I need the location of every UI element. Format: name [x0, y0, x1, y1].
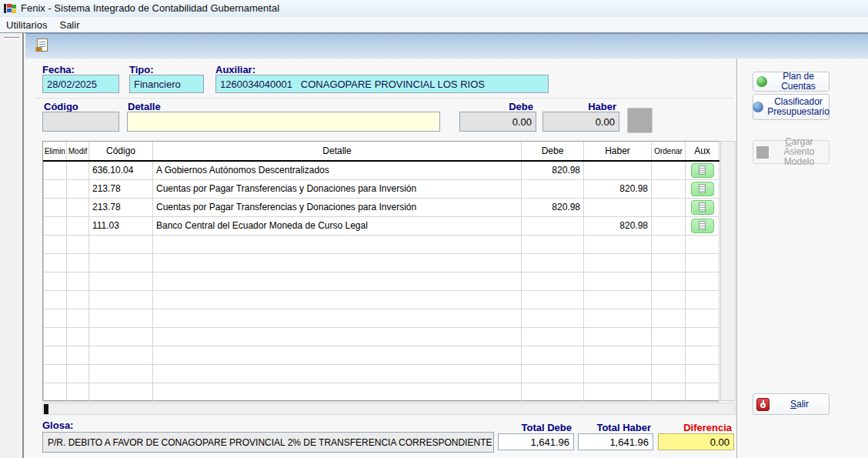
title-bar: Fenix - Sistema Integrado de Contabilida…: [0, 0, 868, 17]
debe-label: Debe: [459, 101, 533, 112]
codigo-input[interactable]: [42, 112, 119, 132]
aux-icon: [699, 221, 706, 230]
table-row[interactable]: 111.03 Banco Central del Ecuador Moneda …: [44, 216, 719, 235]
total-debe-label: Total Debe: [498, 422, 572, 433]
add-line-button[interactable]: [627, 108, 653, 133]
glosa-input[interactable]: P/R. DEBITO A FAVOR DE CONAGOPARE PROVIN…: [42, 432, 494, 453]
aux-button[interactable]: [691, 163, 714, 178]
col-modif: Modif: [67, 142, 89, 161]
toolbar: [25, 33, 868, 59]
auxiliar-field[interactable]: 1260034040001 CONAGOPARE PROVINCIAL LOS …: [215, 75, 549, 93]
total-haber-field: 1,641.96: [578, 433, 653, 450]
table-row-empty[interactable]: [44, 253, 719, 272]
table-row-empty[interactable]: [44, 290, 719, 309]
coins-icon: [35, 46, 42, 53]
menu-utilitarios[interactable]: Utilitarios: [0, 18, 53, 32]
table-row-empty[interactable]: [44, 327, 719, 346]
plan-de-cuentas-icon: [756, 76, 767, 87]
grid-header-row: Elimin Modif Código Detalle Debe Haber O…: [44, 142, 719, 161]
tipo-field[interactable]: Financiero: [129, 75, 204, 93]
codigo-label: Código: [44, 101, 78, 112]
haber-input[interactable]: 0.00: [542, 112, 619, 132]
col-aux: Aux: [686, 142, 719, 161]
window-title: Fenix - Sistema Integrado de Contabilida…: [21, 2, 279, 14]
menu-bar: Utilitarios Salir: [0, 17, 868, 33]
col-codigo: Código: [89, 142, 153, 161]
table-row-empty[interactable]: [44, 346, 719, 364]
table-row-empty[interactable]: [44, 272, 719, 290]
aux-button[interactable]: [691, 182, 714, 196]
plan-de-cuentas-button[interactable]: Plan de Cuentas: [753, 72, 830, 92]
col-ordenar: Ordenar: [652, 142, 686, 161]
aux-icon: [699, 184, 706, 193]
aux-icon: [699, 202, 706, 212]
col-elimin: Elimin: [44, 142, 67, 161]
new-entry-button[interactable]: [35, 37, 53, 55]
fecha-label: Fecha:: [42, 64, 75, 75]
salir-icon: [756, 398, 770, 411]
table-row[interactable]: 213.78 Cuentas por Pagar Transferencias …: [44, 179, 719, 198]
panel-grip[interactable]: [4, 37, 19, 39]
left-collapsed-panel[interactable]: [0, 33, 24, 458]
diferencia-label: Diferencia: [658, 422, 732, 433]
table-row[interactable]: 213.78 Cuentas por Pagar Transferencias …: [44, 198, 719, 216]
cargar-asiento-icon: [756, 146, 769, 159]
scrollbar-thumb[interactable]: [44, 404, 48, 414]
detalle-input[interactable]: [127, 112, 440, 132]
table-row-empty[interactable]: [44, 309, 719, 327]
col-haber: Haber: [584, 142, 652, 161]
app-icon: [4, 3, 16, 14]
total-haber-label: Total Haber: [578, 422, 651, 433]
app-window: Fenix - Sistema Integrado de Contabilida…: [0, 0, 868, 458]
horizontal-scrollbar[interactable]: [42, 403, 736, 415]
aux-button[interactable]: [691, 219, 714, 233]
clasificador-presupuestario-button[interactable]: ClasificadorPresupuestario: [753, 94, 830, 120]
aux-button[interactable]: [691, 200, 714, 215]
clasificador-icon: [753, 102, 763, 112]
table-row-empty[interactable]: [44, 383, 719, 401]
aux-icon: [699, 165, 706, 175]
glosa-label: Glosa:: [42, 420, 73, 431]
menu-salir[interactable]: Salir: [53, 18, 85, 32]
salir-button[interactable]: Salir: [753, 393, 830, 415]
auxiliar-label: Auxiliar:: [215, 64, 255, 75]
vertical-scrollbar[interactable]: [720, 141, 736, 401]
tipo-label: Tipo:: [129, 64, 154, 75]
col-detalle: Detalle: [153, 142, 522, 161]
separator-line: [36, 98, 733, 99]
cargar-asiento-modelo-button[interactable]: Cargar AsientoModelo: [753, 140, 830, 164]
fecha-field[interactable]: 28/02/2025: [42, 75, 119, 93]
content-divider: [736, 59, 737, 458]
col-debe: Debe: [522, 142, 584, 161]
table-row[interactable]: 636.10.04 A Gobiernos Autónomos Descentr…: [44, 161, 719, 179]
total-debe-field: 1,641.96: [498, 433, 574, 450]
diferencia-field: 0.00: [658, 433, 734, 450]
table-row-empty[interactable]: [44, 235, 719, 253]
detalle-label: Detalle: [128, 101, 161, 112]
haber-label: Haber: [542, 101, 616, 112]
debe-input[interactable]: 0.00: [459, 112, 536, 132]
entries-grid: Elimin Modif Código Detalle Debe Haber O…: [42, 141, 719, 401]
table-row-empty[interactable]: [44, 364, 719, 383]
